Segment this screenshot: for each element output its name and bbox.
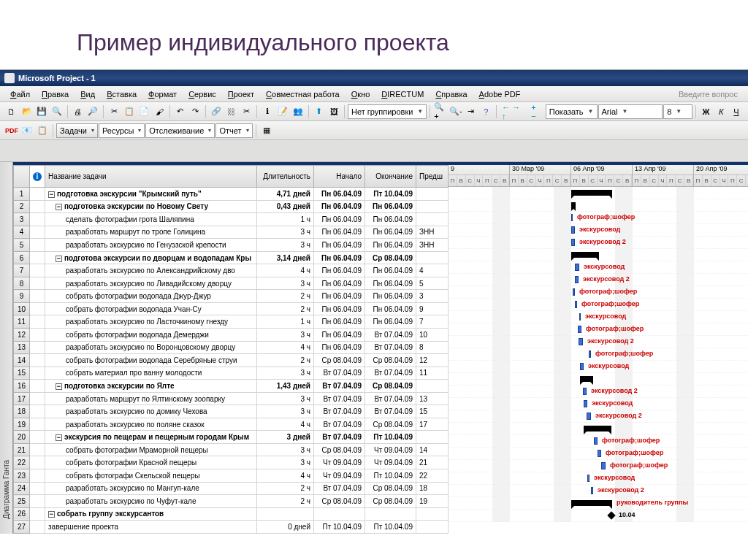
pdf-icon[interactable]: PDF [4,123,19,138]
col-duration[interactable]: Длительность [257,166,314,188]
task-row[interactable]: 16−подготовка экскурсии по Ялте1,43 дней… [14,380,449,393]
tracking-view-button[interactable]: Отслеживание▾ [145,123,215,138]
task-row[interactable]: 2−подготовка экскурсии по Новому Свету0,… [14,200,449,213]
task-row[interactable]: 3сделать фотографии грота Шаляпина1 чПн … [14,213,449,226]
link-button[interactable]: 🔗 [209,104,224,119]
task-bar[interactable] [575,301,577,308]
task-bar[interactable] [598,450,601,457]
publish-button[interactable]: ⬆ [312,104,327,119]
menu-правка[interactable]: Правка [36,88,75,100]
menu-файл[interactable]: Файл [4,88,36,100]
menu-окно[interactable]: Окно [346,88,376,100]
task-row[interactable]: 11разработать экскурсию по Ласточкиному … [14,315,449,329]
show-combo[interactable]: Показать▼ [546,104,598,119]
menu-вид[interactable]: Вид [75,88,101,100]
collapse-icon[interactable]: − [48,511,55,518]
new-button[interactable]: 🗋 [4,104,19,119]
grouping-combo[interactable]: Нет группировки▼ [348,104,427,119]
menu-adobe pdf[interactable]: Adobe PDF [473,88,527,100]
assign-button[interactable]: 👥 [291,104,305,119]
menu-сервис[interactable]: Сервис [183,88,222,100]
col-start[interactable]: Начало [314,166,365,188]
task-row[interactable]: 15собрать материал про ванну молодости3 … [14,367,449,380]
task-row[interactable]: 9собрать фотографии водопада Джур-Джур2 … [14,290,449,303]
format-painter-button[interactable]: 🖌 [152,104,167,119]
task-bar[interactable] [578,326,581,333]
undo-button[interactable]: ↶ [173,104,188,119]
task-row[interactable]: 22собрать фотографии Красной пещеры3 чЧт… [14,456,449,469]
menu-проект[interactable]: Проект [222,88,260,100]
split-button[interactable]: ✂ [240,104,254,119]
col-info[interactable]: i [30,166,45,188]
open-button[interactable]: 📂 [20,104,34,119]
task-row[interactable]: 8разработать экскурсию по Ливадийскому д… [14,277,449,290]
task-row[interactable]: 21собрать фотографии Мраморной пещеры3 ч… [14,443,449,456]
task-bar[interactable] [591,487,593,494]
menu-совместная работа[interactable]: Совместная работа [260,88,346,100]
copy-button[interactable]: 📋 [122,104,137,119]
resources-view-button[interactable]: Ресурсы▾ [99,123,145,138]
preview-button[interactable]: 🔎 [86,104,101,119]
task-row[interactable]: 6−подготова экскурсии по дворцам и водоп… [14,251,449,264]
task-row[interactable]: 20−экскурсия по пещерам и пещерным город… [14,431,449,444]
size-combo[interactable]: 8▼ [663,104,692,119]
underline-button[interactable]: Ч [729,104,744,119]
task-row[interactable]: 14собрать фотографии водопада Серебряные… [14,354,449,367]
collapse-icon[interactable]: − [48,191,55,198]
font-combo[interactable]: Arial▼ [598,104,663,119]
paste-button[interactable]: 📄 [137,104,152,119]
unlink-button[interactable]: ⛓ [224,104,239,119]
help-button[interactable]: ? [478,104,493,119]
col-rownum[interactable] [14,166,30,188]
task-bar[interactable] [594,437,598,445]
task-bar[interactable] [580,363,584,370]
task-bar[interactable] [571,226,575,234]
task-bar[interactable] [579,338,583,345]
task-row[interactable]: 13разработать экскурсию по Воронцовскому… [14,341,449,354]
search-button[interactable]: 🔍 [50,104,64,119]
bold-button[interactable]: Ж [699,104,714,119]
task-bar[interactable] [587,475,589,482]
print-button[interactable]: 🖨 [71,104,85,119]
task-row[interactable]: 23собрать фотографи Скельской пещеры4 чЧ… [14,469,449,483]
task-bar[interactable] [587,413,591,420]
task-row[interactable]: 1−подготовка экскурсии "Крымский путь"4,… [14,188,449,201]
report-view-button[interactable]: Отчет▾ [215,123,252,138]
review-button[interactable]: 📋 [35,123,50,138]
menu-directum[interactable]: DIRECTUM [375,88,430,100]
task-row[interactable]: 25разработать экскурсию по Чуфут-кале2 ч… [14,495,449,508]
task-bar[interactable] [573,288,575,296]
task-bar[interactable] [571,239,575,246]
goto-task-button[interactable]: ⇥ [464,104,478,119]
save-button[interactable]: 💾 [34,104,49,119]
task-row[interactable]: 26−собрать группу экскурсантов [14,507,449,521]
task-row[interactable]: 18разработать экскурсию по домику Чехова… [14,405,449,418]
task-bar[interactable] [584,400,587,407]
copy-pic-button[interactable]: 🖼 [327,104,341,119]
menu-вставка[interactable]: Вставка [101,88,142,100]
task-row[interactable]: 7разработать экскурсию по Александрийско… [14,264,449,277]
task-row[interactable]: 24разработать экскурсию по Мангуп-кале2 … [14,482,449,495]
menu-формат[interactable]: Формат [142,88,183,100]
zoom-out-button[interactable]: 🔍- [449,104,463,119]
task-row[interactable]: 27завершение проекта0 днейПт 10.04.09Пт … [14,521,449,534]
info-button[interactable]: ℹ [260,104,275,119]
plus-minus[interactable]: + − [529,103,545,120]
menu-справка[interactable]: Справка [430,88,473,100]
task-bar[interactable] [583,388,587,395]
view-bar[interactable]: Диаграмма Ганта [0,162,13,534]
task-bar[interactable] [571,214,573,221]
collapse-icon[interactable]: − [56,383,62,390]
collapse-icon[interactable]: − [56,256,62,262]
collapse-icon[interactable]: − [56,204,62,210]
task-bar[interactable] [575,276,579,283]
zoom-in-button[interactable]: 🔍+ [433,104,448,119]
nav-arrows[interactable]: ← → ↑ [500,103,528,120]
note-button[interactable]: 📝 [275,104,290,119]
italic-button[interactable]: К [714,104,728,119]
task-bar[interactable] [601,462,606,469]
task-row[interactable]: 4разработать маршрут по тропе Голицина3 … [14,226,449,239]
redo-button[interactable]: ↷ [188,104,203,119]
collapse-icon[interactable]: − [56,434,62,441]
col-pred[interactable]: Предш [416,166,449,188]
